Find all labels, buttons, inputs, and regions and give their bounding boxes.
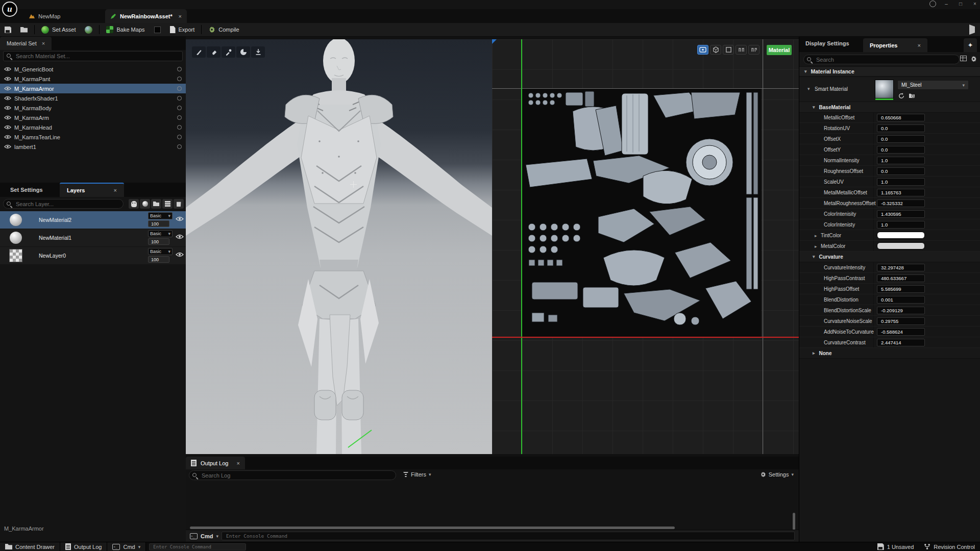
collapse-arrow-icon[interactable]: ▾ [807, 86, 810, 91]
dock-sidebar-icon[interactable] [969, 27, 975, 33]
material-instance-dropdown[interactable]: MI_Steel ▾ [897, 80, 969, 90]
properties-search-input[interactable] [816, 55, 957, 64]
gear-icon[interactable] [970, 56, 977, 62]
menu-item[interactable] [51, 4, 60, 6]
property-value-field[interactable]: 480.633667 [877, 274, 925, 282]
visibility-eye-icon[interactable] [4, 125, 14, 130]
property-value-field[interactable]: -0.588624 [877, 328, 925, 336]
log-search-input[interactable] [202, 471, 394, 480]
uv-island-button-1[interactable] [736, 45, 747, 55]
add-folder-button[interactable] [151, 199, 161, 209]
material-set-item[interactable]: M_GenericBoot [0, 64, 186, 74]
layer-row[interactable]: NewMaterial1 Basic▾ 100 [0, 229, 186, 246]
opacity-field[interactable]: 100 [148, 220, 169, 227]
material-set-item[interactable]: M_KarmaHead [0, 122, 186, 132]
add-material-button[interactable] [140, 199, 150, 209]
brush-tool-button[interactable] [192, 46, 206, 58]
material-set-item[interactable]: M_KarmaBody [0, 103, 186, 113]
eyedropper-tool-button[interactable] [222, 46, 235, 58]
visibility-eye-icon[interactable] [4, 115, 14, 120]
visibility-eye-icon[interactable] [4, 135, 14, 139]
bake-maps-button[interactable]: Bake Maps [102, 23, 149, 37]
material-set-item[interactable]: ShaderfxShader1 [0, 93, 186, 103]
property-value-field[interactable]: 1.430595 [877, 210, 925, 218]
property-value-field[interactable]: 0.001 [877, 296, 925, 304]
compile-button[interactable]: Compile [204, 23, 243, 37]
log-settings-dropdown[interactable]: Settings ▾ [760, 471, 794, 478]
uv-island-button-2[interactable] [748, 45, 760, 55]
material-set-item[interactable]: lambert1 [0, 142, 186, 152]
property-value-field[interactable]: 1.0 [877, 178, 925, 186]
layer-visibility-eye-icon[interactable] [176, 216, 184, 222]
tab-newmap[interactable]: NewMap [22, 9, 66, 23]
tab-set-settings[interactable]: Set Settings [0, 187, 43, 193]
eraser-tool-button[interactable] [207, 46, 220, 58]
none-header[interactable]: ▸None [799, 348, 980, 359]
background-color-swatch[interactable] [150, 23, 165, 37]
material-set-item[interactable]: M_KamraTearLine [0, 132, 186, 142]
log-lines[interactable] [190, 483, 791, 525]
horizontal-scrollbar[interactable] [190, 527, 675, 529]
add-layer-button[interactable] [162, 199, 173, 209]
property-value-field[interactable]: 0.650668 [877, 114, 925, 121]
window-maximize-button[interactable]: □ [957, 1, 965, 7]
opacity-field[interactable]: 100 [148, 238, 169, 245]
property-value-field[interactable]: 1.0 [877, 221, 925, 229]
metal-color-swatch[interactable] [877, 242, 925, 249]
revision-control-button[interactable]: Revision Control [919, 542, 980, 551]
blend-mode-dropdown[interactable]: Basic▾ [148, 230, 173, 237]
base-material-header[interactable]: ▾BaseMaterial [799, 102, 980, 113]
material-mode-button[interactable]: Material [767, 45, 792, 55]
cmd-dropdown[interactable]: Cmd [201, 533, 213, 539]
use-selected-icon[interactable] [898, 93, 904, 99]
output-log-button[interactable]: Output Log [60, 542, 107, 551]
property-value-field[interactable]: 0.0 [877, 135, 925, 143]
lighting-tool-button[interactable] [236, 46, 250, 58]
property-value-field[interactable]: 0.0 [877, 124, 925, 132]
tab-close-icon[interactable]: × [179, 13, 182, 19]
cube-view-button[interactable] [710, 45, 721, 55]
material-set-search-input[interactable] [16, 52, 180, 61]
property-value-field[interactable]: 2.447414 [877, 339, 925, 346]
property-value-field[interactable]: 0.0 [877, 167, 925, 175]
export-button[interactable]: Export [165, 23, 200, 37]
vertical-scrollbar[interactable] [793, 513, 795, 530]
menu-item[interactable] [23, 4, 33, 6]
tab-layers[interactable]: Layers × [60, 183, 124, 197]
menu-item[interactable] [33, 4, 42, 6]
tab-display-settings[interactable]: Display Settings [805, 40, 849, 46]
tab-close-icon[interactable]: × [237, 460, 240, 466]
property-value-field[interactable]: -0.325332 [877, 199, 925, 207]
visibility-eye-icon[interactable] [4, 106, 14, 110]
visibility-eye-icon[interactable] [4, 96, 14, 101]
property-value-field[interactable]: 0.29755 [877, 317, 925, 325]
blend-mode-dropdown[interactable]: Basic▾ [148, 248, 173, 255]
material-set-item[interactable]: M_KarmaPant [0, 74, 186, 84]
expand-arrow-icon[interactable]: ▸ [815, 233, 817, 238]
delete-layer-button[interactable] [174, 199, 184, 209]
uv-viewport[interactable]: Material [492, 39, 799, 454]
layer-visibility-eye-icon[interactable] [176, 252, 184, 258]
material-set-item[interactable]: M_KarmaArm [0, 113, 186, 122]
download-tool-button[interactable] [251, 46, 265, 58]
layer-visibility-eye-icon[interactable] [176, 234, 184, 240]
cmd-dropdown[interactable]: >_ Cmd ▾ [107, 542, 146, 551]
browse-button[interactable] [16, 23, 32, 37]
uv-view-mode-button[interactable] [697, 45, 708, 55]
grid-view-icon[interactable] [960, 56, 967, 61]
frame-view-button[interactable] [723, 45, 734, 55]
property-value-field[interactable]: 1.0 [877, 157, 925, 164]
tab-close-icon[interactable]: × [918, 42, 921, 48]
save-button[interactable] [0, 23, 16, 37]
filters-dropdown[interactable]: Filters ▾ [403, 471, 431, 478]
viewport-3d[interactable] [186, 39, 492, 454]
visibility-eye-icon[interactable] [4, 86, 14, 91]
material-instance-header[interactable]: ▾Material Instance [799, 66, 980, 77]
tab-close-icon[interactable]: × [114, 187, 117, 193]
layer-row[interactable]: NewMaterial2 Basic▾ 100 [0, 211, 186, 229]
visibility-eye-icon[interactable] [4, 144, 14, 149]
menu-item[interactable] [69, 4, 79, 6]
layer-search-input[interactable] [16, 199, 121, 208]
menu-item[interactable] [60, 4, 69, 6]
sparkle-icon[interactable]: ✦ [964, 38, 977, 52]
